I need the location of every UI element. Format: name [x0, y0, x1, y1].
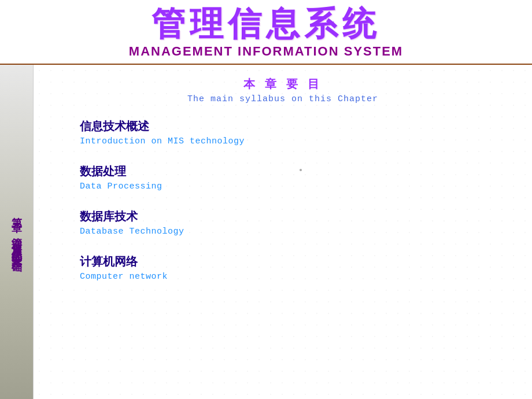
main-title-english: MANAGEMENT INFORMATION SYSTEM — [12, 44, 520, 59]
topic-3-cn: 数据库技术 — [80, 209, 503, 224]
sidebar: 第三章 管理信息系统的技术基础 — [0, 65, 34, 399]
chapter-title-chinese: 本 章 要 目 — [57, 76, 509, 92]
topic-item-4: 计算机网络 Computer network — [80, 254, 503, 282]
topic-4-cn: 计算机网络 — [80, 254, 503, 269]
topic-1-en: Introduction on MIS technology — [80, 136, 503, 146]
content-wrapper: 第三章 管理信息系统的技术基础 本 章 要 目 The main syllabu… — [0, 65, 532, 399]
decorative-dot — [300, 169, 302, 171]
topic-item-2: 数据处理 Data Processing — [80, 164, 503, 191]
topic-item-3: 数据库技术 Database Technology — [80, 209, 503, 237]
topics-area: 信息技术概述 Introduction on MIS technology 数据… — [34, 110, 532, 305]
chapter-title-english: The main syllabus on this Chapter — [57, 94, 509, 104]
topic-4-en: Computer network — [80, 272, 503, 282]
main-title-chinese: 管理信息系统 — [12, 6, 520, 43]
chapter-intro: 本 章 要 目 The main syllabus on this Chapte… — [34, 65, 532, 110]
sidebar-text: 第三章 管理信息系统的技术基础 — [10, 203, 23, 261]
topic-2-cn: 数据处理 — [80, 164, 503, 179]
main-content: 本 章 要 目 The main syllabus on this Chapte… — [34, 65, 532, 399]
header: 管理信息系统 MANAGEMENT INFORMATION SYSTEM — [0, 0, 532, 65]
topic-2-en: Data Processing — [80, 182, 503, 191]
topic-item-1: 信息技术概述 Introduction on MIS technology — [80, 119, 503, 146]
topic-3-en: Database Technology — [80, 227, 503, 237]
topic-1-cn: 信息技术概述 — [80, 119, 503, 134]
